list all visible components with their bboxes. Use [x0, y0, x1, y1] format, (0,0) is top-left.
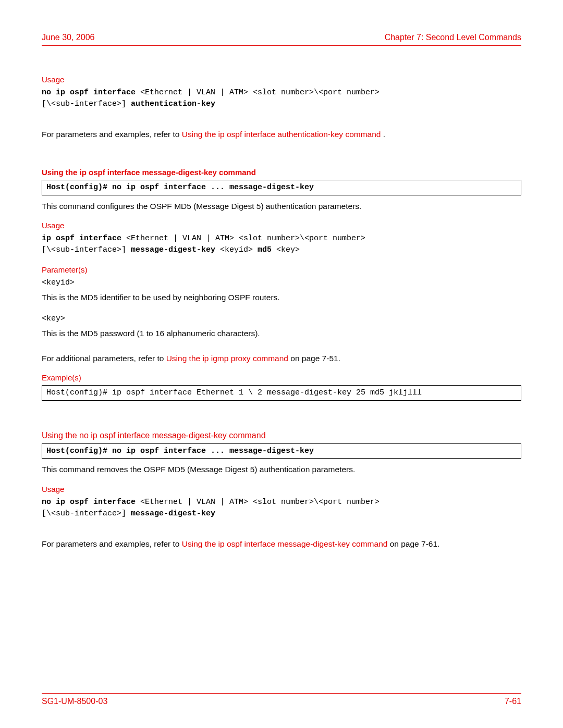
param-name-keyid: <keyid> [42, 277, 521, 289]
ref-suffix: on page 7-61. [387, 539, 439, 548]
code-keyword: authentication-key [131, 100, 215, 108]
reference-link[interactable]: Using the ip ospf interface authenticati… [182, 130, 381, 139]
usage-heading-1: Usage [42, 75, 521, 84]
code-keyword: no ip ospf interface [42, 88, 140, 97]
section-desc: This command configures the OSPF MD5 (Me… [42, 201, 521, 212]
code-args: <keyid> [220, 245, 258, 254]
ref-suffix: . [381, 130, 385, 139]
command-box: Host(config)# no ip ospf interface ... m… [42, 180, 521, 195]
reference-link[interactable]: Using the ip igmp proxy command [166, 354, 288, 363]
section-desc: This command removes the OSPF MD5 (Messa… [42, 464, 521, 475]
code-keyword: no ip ospf interface [42, 498, 140, 507]
parameters-heading: Parameter(s) [42, 265, 521, 274]
usage-code-1: no ip ospf interface <Ethernet | VLAN | … [42, 87, 521, 110]
ref-prefix: For parameters and examples, refer to [42, 539, 182, 548]
section-title-md5: Using the ip ospf interface message-dige… [42, 168, 521, 177]
usage-code-3: no ip ospf interface <Ethernet | VLAN | … [42, 497, 521, 520]
section-title-no-md5: Using the no ip ospf interface message-d… [42, 431, 521, 440]
example-box: Host(config)# ip ospf interface Ethernet… [42, 385, 521, 401]
code-args: <key> [276, 245, 300, 254]
page-footer: SG1-UM-8500-03 7-61 [42, 693, 521, 706]
page-header: June 30, 2006 Chapter 7: Second Level Co… [42, 33, 521, 46]
footer-page-number: 7-61 [505, 697, 521, 706]
footer-doc-id: SG1-UM-8500-03 [42, 697, 107, 706]
code-keyword: message-digest-key [131, 509, 215, 518]
param-desc-key: This is the MD5 password (1 to 16 alphan… [42, 328, 521, 339]
reference-link[interactable]: Using the ip ospf interface message-dige… [182, 539, 388, 548]
param-name-key: <key> [42, 313, 521, 325]
code-keyword: message-digest-key [131, 245, 220, 254]
reference-text-1: For parameters and examples, refer to Us… [42, 129, 521, 140]
code-keyword: md5 [258, 245, 276, 254]
usage-heading-3: Usage [42, 485, 521, 493]
addl-prefix: For additional parameters, refer to [42, 354, 166, 363]
header-chapter: Chapter 7: Second Level Commands [385, 33, 521, 42]
additional-params-text: For additional parameters, refer to Usin… [42, 353, 521, 364]
addl-suffix: on page 7-51. [288, 354, 340, 363]
header-date: June 30, 2006 [42, 33, 94, 42]
code-keyword: ip ospf interface [42, 234, 126, 243]
command-box: Host(config)# no ip ospf interface ... m… [42, 443, 521, 459]
page: June 30, 2006 Chapter 7: Second Level Co… [0, 0, 563, 728]
examples-heading: Example(s) [42, 373, 521, 382]
param-desc-keyid: This is the MD5 identifier to be used by… [42, 292, 521, 303]
usage-code-2: ip ospf interface <Ethernet | VLAN | ATM… [42, 233, 521, 256]
ref-prefix: For parameters and examples, refer to [42, 130, 182, 139]
usage-heading-2: Usage [42, 221, 521, 230]
reference-text-3: For parameters and examples, refer to Us… [42, 538, 521, 550]
